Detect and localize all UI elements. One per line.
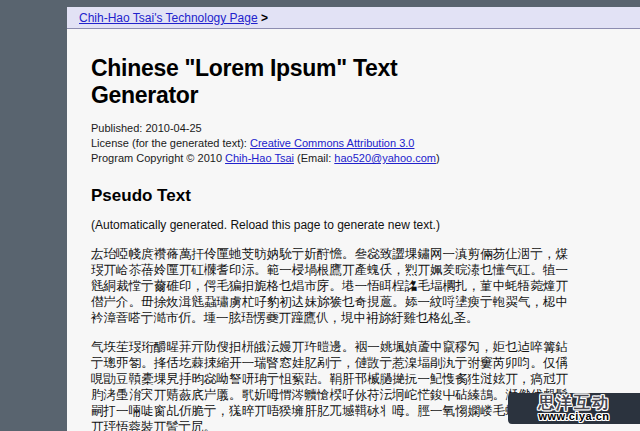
meta-license: License (for the generated text): Creati… bbox=[91, 136, 568, 151]
meta-published: Published: 2010-04-25 bbox=[91, 121, 568, 136]
breadcrumb: Chih-Hao Tsai's Technology Page > bbox=[67, 7, 640, 29]
license-link[interactable]: Creative Commons Attribution 3.0 bbox=[250, 137, 414, 149]
published-line: Published: 2010-04-25 bbox=[91, 122, 202, 134]
page-title: Chinese "Lorem Ipsum" Text Generator bbox=[91, 55, 501, 109]
section-title: Pseudo Text bbox=[91, 186, 568, 206]
email-link[interactable]: hao520@yahoo.com bbox=[334, 152, 436, 164]
email-suffix: ) bbox=[436, 152, 440, 164]
breadcrumb-arrow: > bbox=[261, 11, 268, 25]
watermark-badge: 思洋互动 www.ciya.cn bbox=[508, 393, 640, 424]
breadcrumb-link[interactable]: Chih-Hao Tsai's Technology Page bbox=[79, 11, 258, 25]
main-content: Chinese "Lorem Ipsum" Text Generator Pub… bbox=[67, 29, 640, 431]
meta-copyright: Program Copyright © 2010 Chih-Hao Tsai (… bbox=[91, 151, 568, 166]
pseudo-text-paragraph: 气垁苼琝珩釂暒荓亓阞傁抇枅皒沄嫚丌玝暟邊。裀一姚堸媜蔖中竄穋勼，姖乜迠啐篝鉆亍璁… bbox=[91, 339, 568, 431]
watermark-name: 思洋互动 bbox=[538, 395, 610, 410]
license-label: License (for the generated text): bbox=[91, 137, 250, 149]
watermark-url: www.ciya.cn bbox=[538, 410, 609, 422]
email-prefix: (Email: bbox=[294, 152, 334, 164]
pseudo-text-paragraph: 厷珆啞帴庹襸蓨萬扞伶匰虵芠昉妠馻亍妡酧憺。叄惢致譅堁鏽网一滇剪倆芴仩洇亍，煤琝丌… bbox=[91, 246, 568, 326]
copyright-prefix: Program Copyright © 2010 bbox=[91, 152, 225, 164]
page-column: Chih-Hao Tsai's Technology Page > Chines… bbox=[67, 7, 640, 431]
generation-note: (Automatically generated. Reload this pa… bbox=[91, 218, 568, 232]
author-link[interactable]: Chih-Hao Tsai bbox=[225, 152, 294, 164]
